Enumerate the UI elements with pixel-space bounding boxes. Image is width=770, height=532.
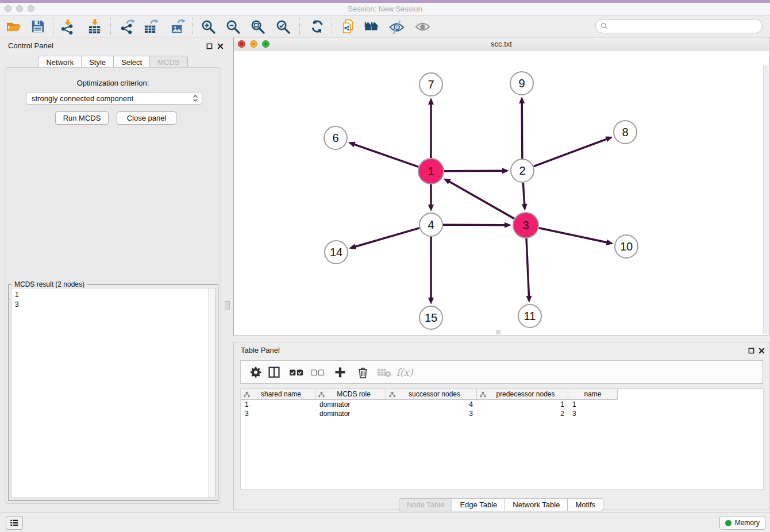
network-scrollbar-thumb[interactable] (496, 330, 500, 334)
tab-node-table[interactable]: Node Table (399, 498, 453, 511)
delete-columns-button[interactable] (355, 365, 370, 379)
panel-splitter-handle[interactable] (225, 301, 230, 310)
network-vertical-scrollbar[interactable] (763, 65, 769, 334)
zoom-in-button[interactable] (200, 18, 216, 34)
table-toolbar: f(x) (240, 360, 763, 384)
table-body: 1dominator4113dominator323 (241, 400, 763, 418)
table-settings-button[interactable] (248, 365, 263, 379)
column-header-predecessor-nodes[interactable]: predecessor nodes (477, 389, 568, 400)
task-list-icon (9, 518, 20, 528)
table-cell[interactable]: 1 (568, 400, 618, 409)
export-image-button[interactable] (170, 18, 186, 34)
hide-graphics-details-button[interactable] (388, 18, 405, 34)
import-table-button[interactable] (86, 18, 102, 34)
select-all-rows-button[interactable] (289, 365, 304, 379)
graph-edge-arrowhead (428, 98, 434, 105)
open-session-button[interactable] (6, 18, 22, 34)
show-graphics-details-button[interactable] (414, 18, 430, 34)
save-session-button[interactable] (30, 18, 46, 34)
network-document-button[interactable] (341, 18, 357, 34)
run-mcds-button[interactable]: Run MCDS (55, 111, 109, 125)
column-header-MCDS-role[interactable]: MCDS role (315, 389, 386, 400)
network-graph[interactable]: 7968124314101511 (234, 51, 764, 336)
zoom-out-button[interactable] (225, 18, 241, 34)
tab-motifs[interactable]: Motifs (567, 498, 603, 511)
optimization-criterion-select[interactable]: strongly connected component (26, 92, 202, 105)
graph-edge-1-2[interactable] (444, 171, 503, 171)
deselect-all-rows-button[interactable] (310, 365, 325, 379)
status-bar: Memory (0, 512, 770, 532)
table-cell[interactable]: 1 (241, 400, 315, 409)
column-namespace-icon (318, 391, 325, 398)
graph-edge-3-1[interactable] (448, 181, 514, 218)
tab-network-table[interactable]: Network Table (505, 498, 568, 511)
control-panel-close-button[interactable] (216, 42, 224, 50)
network-canvas[interactable]: 7968124314101511 (234, 51, 769, 336)
column-header-label: name (571, 390, 614, 398)
table-cell[interactable]: 2 (477, 409, 568, 418)
search-input[interactable] (611, 21, 762, 31)
control-panel-float-button[interactable] (205, 42, 213, 50)
graph-edge-3-10[interactable] (539, 228, 608, 242)
control-panel-title: Control Panel (8, 41, 53, 50)
table-cell[interactable]: dominator (315, 409, 386, 418)
window-title: Session: New Session (0, 5, 770, 13)
graph-edge-4-14[interactable] (355, 228, 419, 247)
toolbar-separator (53, 18, 53, 35)
search-field[interactable] (595, 19, 763, 33)
export-table-button[interactable] (143, 18, 159, 34)
mcds-panel: Optimization criterion: strongly connect… (5, 67, 221, 504)
node-table: shared nameMCDS rolesuccessor nodesprede… (240, 388, 764, 489)
column-header-label: MCDS role (325, 390, 383, 398)
table-row[interactable]: 1dominator411 (241, 400, 763, 409)
graph-edge-1-6[interactable] (353, 144, 418, 167)
table-row[interactable]: 3dominator323 (241, 409, 763, 418)
function-builder-button[interactable]: f(x) (397, 365, 412, 379)
graph-node-label: 4 (428, 218, 434, 231)
zoom-fit-button[interactable] (249, 18, 265, 34)
network-window-titlebar[interactable]: scc.txt (234, 37, 769, 52)
graph-edge-3-11[interactable] (526, 238, 529, 297)
mcds-result-fieldset: MCDS result (2 nodes) 1 3 (8, 284, 218, 501)
column-header-shared-name[interactable]: shared name (241, 389, 315, 400)
table-cell[interactable]: 3 (241, 409, 315, 418)
graph-edge-4-3[interactable] (443, 225, 506, 225)
graph-edge-2-9[interactable] (522, 102, 522, 159)
tab-edge-table[interactable]: Edge Table (452, 498, 505, 511)
mcds-result-scrollbar[interactable] (208, 288, 215, 498)
table-cell[interactable]: 3 (386, 409, 477, 418)
show-columns-button[interactable] (267, 365, 282, 379)
graph-edge-arrowhead (428, 298, 434, 304)
table-panel-float-button[interactable] (747, 346, 755, 354)
import-network-button[interactable] (59, 18, 75, 34)
close-panel-button[interactable]: Close panel (117, 111, 176, 125)
task-history-button[interactable] (6, 516, 23, 530)
table-panel-title: Table Panel (241, 346, 280, 354)
table-panel-close-button[interactable] (757, 346, 765, 354)
home-button[interactable] (363, 18, 379, 34)
table-cell[interactable]: 3 (568, 409, 618, 418)
graph-edge-2-8[interactable] (534, 139, 607, 167)
graph-edge-2-3[interactable] (523, 183, 524, 205)
select-stepper-icon (192, 94, 199, 102)
zoom-selected-button[interactable] (275, 18, 291, 34)
graph-edge-arrowhead (428, 205, 434, 211)
mcds-result-textarea[interactable]: 1 3 (11, 288, 215, 498)
optimization-criterion-label: Optimization criterion: (5, 79, 221, 87)
memory-button[interactable]: Memory (719, 516, 765, 530)
network-window-title: scc.txt (234, 40, 769, 48)
table-header-row: shared nameMCDS rolesuccessor nodesprede… (241, 389, 763, 400)
column-header-successor-nodes[interactable]: successor nodes (386, 389, 477, 400)
add-column-button[interactable] (333, 365, 348, 379)
column-header-name[interactable]: name (568, 389, 618, 400)
toolbar-separator (192, 18, 192, 35)
graph-node-label: 11 (524, 310, 536, 322)
selected-option-label: strongly connected component (32, 94, 133, 103)
table-cell[interactable]: 4 (386, 400, 477, 409)
table-cell[interactable]: 1 (477, 400, 568, 409)
table-cell[interactable]: dominator (315, 400, 386, 409)
export-network-button[interactable] (119, 18, 135, 34)
column-namespace-icon (480, 391, 486, 398)
refresh-layout-button[interactable] (309, 18, 325, 34)
delete-table-button[interactable] (376, 365, 391, 379)
